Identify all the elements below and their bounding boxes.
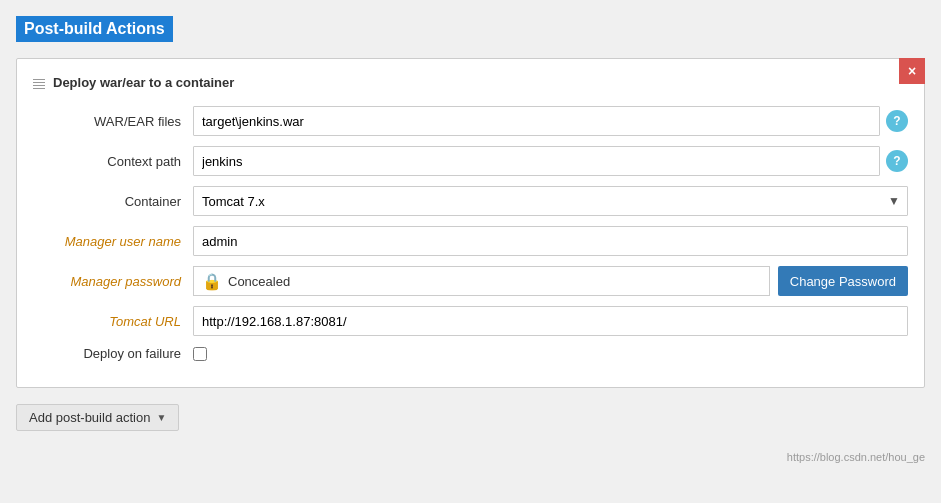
container-select-wrapper: Tomcat 7.x Tomcat 6.x Tomcat 5.x ▼ <box>193 186 908 216</box>
concealed-text: Concealed <box>228 274 290 289</box>
war-ear-help-icon[interactable]: ? <box>886 110 908 132</box>
watermark-text: https://blog.csdn.net/hou_ge <box>787 451 925 463</box>
container-row: Container Tomcat 7.x Tomcat 6.x Tomcat 5… <box>33 186 908 216</box>
deploy-on-failure-row: Deploy on failure <box>33 346 908 361</box>
context-path-input[interactable] <box>193 146 880 176</box>
add-post-build-action-button[interactable]: Add post-build action ▼ <box>16 404 179 431</box>
manager-username-label: Manager user name <box>33 234 193 249</box>
context-path-help-icon[interactable]: ? <box>886 150 908 172</box>
war-ear-label: WAR/EAR files <box>33 114 193 129</box>
tomcat-url-row: Tomcat URL <box>33 306 908 336</box>
manager-password-row: Manager password 🔒 Concealed Change Pass… <box>33 266 908 296</box>
context-path-label: Context path <box>33 154 193 169</box>
tomcat-url-input[interactable] <box>193 306 908 336</box>
deploy-on-failure-checkbox[interactable] <box>193 347 207 361</box>
tomcat-url-label: Tomcat URL <box>33 314 193 329</box>
add-action-label: Add post-build action <box>29 410 150 425</box>
deploy-on-failure-label: Deploy on failure <box>33 346 193 361</box>
deploy-on-failure-checkbox-label <box>193 347 207 361</box>
add-action-dropdown-icon: ▼ <box>156 412 166 423</box>
page-wrapper: Post-build Actions × Deploy war/ear to a… <box>0 0 941 503</box>
manager-password-label: Manager password <box>33 274 193 289</box>
section-title: Deploy war/ear to a container <box>53 75 234 90</box>
manager-username-input[interactable] <box>193 226 908 256</box>
container-settings: Manager user name Manager password 🔒 Con… <box>33 226 908 336</box>
password-field: 🔒 Concealed <box>193 266 770 296</box>
page-title: Post-build Actions <box>16 16 173 42</box>
password-row: 🔒 Concealed Change Password <box>193 266 908 296</box>
war-ear-row: WAR/EAR files ? <box>33 106 908 136</box>
section-header: Deploy war/ear to a container <box>33 75 908 90</box>
deploy-section: × Deploy war/ear to a container WAR/EAR … <box>16 58 925 388</box>
container-select[interactable]: Tomcat 7.x Tomcat 6.x Tomcat 5.x <box>193 186 908 216</box>
war-ear-input[interactable] <box>193 106 880 136</box>
container-label: Container <box>33 194 193 209</box>
close-button[interactable]: × <box>899 58 925 84</box>
drag-handle-icon[interactable] <box>33 77 45 89</box>
change-password-button[interactable]: Change Password <box>778 266 908 296</box>
context-path-row: Context path ? <box>33 146 908 176</box>
manager-username-row: Manager user name <box>33 226 908 256</box>
lock-icon: 🔒 <box>202 272 222 291</box>
